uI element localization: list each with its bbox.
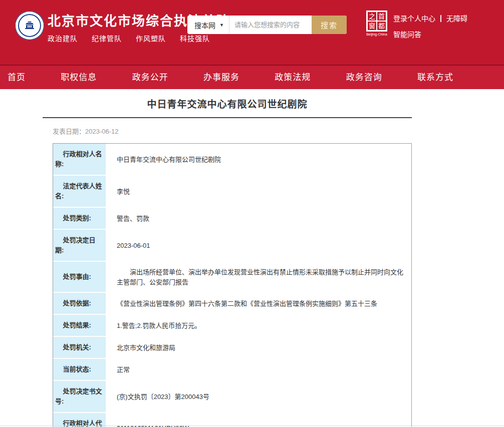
row-label: 当前状态:: [53, 359, 106, 380]
seal-char: 首: [377, 12, 386, 21]
row-label: 行政相对人代码:: [53, 413, 106, 427]
row-label: 处罚依据:: [53, 293, 106, 314]
row-label-cell: 法定代表人姓名:: [53, 176, 107, 208]
agency-logo[interactable]: [15, 11, 44, 40]
row-value: 《营业性演出管理条例》第四十六条第二款和《营业性演出管理条例实施细则》第五十三条: [107, 293, 411, 314]
table-row: 行政相对人名称: 中日青年交流中心有限公司世纪剧院: [53, 144, 411, 176]
nav-item[interactable]: 政策法规: [275, 66, 311, 89]
title-divider: [43, 117, 412, 118]
nav-item[interactable]: 职权信息: [61, 66, 97, 89]
penalty-info-table: 行政相对人名称: 中日青年交流中心有限公司世纪剧院 法定代表人姓名: 李悦 处罚…: [53, 143, 412, 427]
row-value-cell: 1.警告;2.罚款人民币拾万元。: [107, 315, 411, 337]
capital-window-seal-icon: 之 首 窗 都: [366, 11, 387, 32]
row-value-cell: 正常: [107, 359, 411, 381]
agency-slogans: 政治建队 纪律管队 作风塑队 科技强队: [48, 33, 230, 43]
row-value-cell: 中日青年交流中心有限公司世纪剧院: [107, 144, 411, 176]
main-nav: 首页 职权信息 政务公开 办事服务 政策法规 政务咨询 联系方式: [0, 66, 504, 89]
row-label: 处罚结果:: [53, 315, 106, 336]
row-value-cell: 演出场所经营单位、演出举办单位发现营业性演出有禁止情形未采取措施予以制止并同时向…: [107, 262, 411, 293]
row-value: 中日青年交流中心有限公司世纪剧院: [107, 149, 411, 170]
slogan-item: 政治建队: [48, 33, 78, 43]
row-label-cell: 处罚类别:: [53, 208, 107, 230]
row-value-cell: 2023-06-01: [107, 230, 411, 262]
search-input[interactable]: [229, 16, 312, 34]
row-value-cell: 警告、罚款: [107, 208, 411, 230]
table-row: 处罚决定书文号: (京)文执罚〔2023〕第200043号: [53, 381, 411, 413]
accessibility-link[interactable]: 无障碍: [446, 13, 467, 23]
row-label: 行政相对人名称:: [53, 144, 106, 175]
row-label: 处罚事由:: [53, 266, 106, 287]
seal-char: 都: [377, 21, 386, 31]
search-bar: 搜本网 ▼ 搜索: [187, 16, 347, 34]
row-value: 演出场所经营单位、演出举办单位发现营业性演出有禁止情形未采取措施予以制止并同时向…: [107, 262, 411, 293]
table-row: 处罚机关: 北京市文化和旅游局: [53, 337, 411, 359]
search-scope-dropdown[interactable]: 搜本网 ▼: [187, 16, 229, 34]
row-label-cell: 处罚决定书文号:: [53, 381, 107, 413]
seal-char: 窗: [367, 21, 377, 31]
page-title: 中日青年交流中心有限公司世纪剧院: [43, 97, 412, 110]
row-value-cell: 北京市文化和旅游局: [107, 337, 411, 359]
row-value: 警告、罚款: [107, 208, 411, 229]
row-value-cell: (京)文执罚〔2023〕第200043号: [107, 381, 411, 413]
row-label: 法定代表人姓名:: [53, 176, 106, 207]
site-header: 北京市文化市场综合执法总队 政治建队 纪律管队 作风塑队 科技强队 搜本网 ▼ …: [0, 0, 504, 66]
row-label-cell: 当前状态:: [53, 359, 107, 381]
table-row: 处罚决定日期: 2023-06-01: [53, 230, 411, 262]
smart-qa-link[interactable]: 智能问答: [393, 29, 421, 39]
row-label-cell: 处罚结果:: [53, 315, 107, 337]
search-scope-label: 搜本网: [194, 20, 215, 30]
row-value: 北京市文化和旅游局: [107, 337, 411, 358]
seal-char: 之: [367, 12, 377, 21]
row-value: 正常: [107, 359, 411, 380]
login-link[interactable]: 登录个人中心: [393, 13, 435, 23]
row-label: 处罚决定书文号:: [53, 381, 106, 412]
table-row: 法定代表人姓名: 李悦: [53, 176, 411, 208]
row-label: 处罚类别:: [53, 208, 106, 229]
row-label-cell: 行政相对人代码:: [53, 413, 107, 427]
publish-date: 发表日期：2023-06-12: [53, 126, 412, 136]
main-content: 中日青年交流中心有限公司世纪剧院 发表日期：2023-06-12 行政相对人名称…: [43, 97, 412, 427]
table-row: 当前状态: 正常: [53, 359, 411, 381]
row-label-cell: 行政相对人名称:: [53, 144, 107, 176]
row-label-cell: 处罚事由:: [53, 262, 107, 293]
row-value-cell: 《营业性演出管理条例》第四十六条第二款和《营业性演出管理条例实施细则》第五十三条: [107, 293, 411, 315]
row-value-cell: 李悦: [107, 176, 411, 208]
row-value: 1.警告;2.罚款人民币拾万元。: [107, 315, 411, 336]
row-value-cell: 91110105MA01UPU86W: [107, 413, 411, 427]
table-row: 处罚结果: 1.警告;2.罚款人民币拾万元。: [53, 315, 411, 337]
page-bottom-divider: [0, 425, 504, 426]
search-button[interactable]: 搜索: [312, 16, 347, 34]
slogan-item: 作风塑队: [136, 33, 166, 43]
row-value: 李悦: [107, 181, 411, 202]
slogan-item: 纪律管队: [92, 33, 122, 43]
nav-item[interactable]: 政务公开: [132, 66, 168, 89]
row-label-cell: 处罚决定日期:: [53, 230, 107, 262]
nav-item[interactable]: 办事服务: [203, 66, 239, 89]
agency-emblem-icon: [18, 14, 41, 37]
slogan-item: 科技强队: [180, 33, 210, 43]
nav-item[interactable]: 首页: [8, 66, 26, 89]
capital-window-logo[interactable]: 之 首 窗 都 Beijing-China: [366, 11, 387, 36]
table-row: 处罚依据: 《营业性演出管理条例》第四十六条第二款和《营业性演出管理条例实施细则…: [53, 293, 411, 315]
chevron-down-icon: ▼: [219, 23, 224, 28]
table-row: 处罚类别: 警告、罚款: [53, 208, 411, 230]
seal-caption: Beijing-China: [366, 33, 387, 36]
link-separator: |: [440, 14, 442, 22]
row-label: 处罚决定日期:: [53, 230, 106, 261]
row-value: (京)文执罚〔2023〕第200043号: [107, 386, 411, 407]
row-value: 2023-06-01: [107, 235, 411, 256]
row-label-cell: 处罚机关:: [53, 337, 107, 359]
table-row: 行政相对人代码: 91110105MA01UPU86W: [53, 413, 411, 427]
nav-items: 首页 职权信息 政务公开 办事服务 政策法规 政务咨询 联系方式: [8, 66, 453, 89]
row-label: 处罚机关:: [53, 337, 106, 358]
table-row: 处罚事由: 演出场所经营单位、演出举办单位发现营业性演出有禁止情形未采取措施予以…: [53, 262, 411, 293]
nav-item[interactable]: 政务咨询: [346, 66, 382, 89]
nav-item[interactable]: 联系方式: [417, 66, 453, 89]
row-label-cell: 处罚依据:: [53, 293, 107, 315]
header-links: 登录个人中心 | 无障碍 智能问答: [393, 13, 467, 39]
